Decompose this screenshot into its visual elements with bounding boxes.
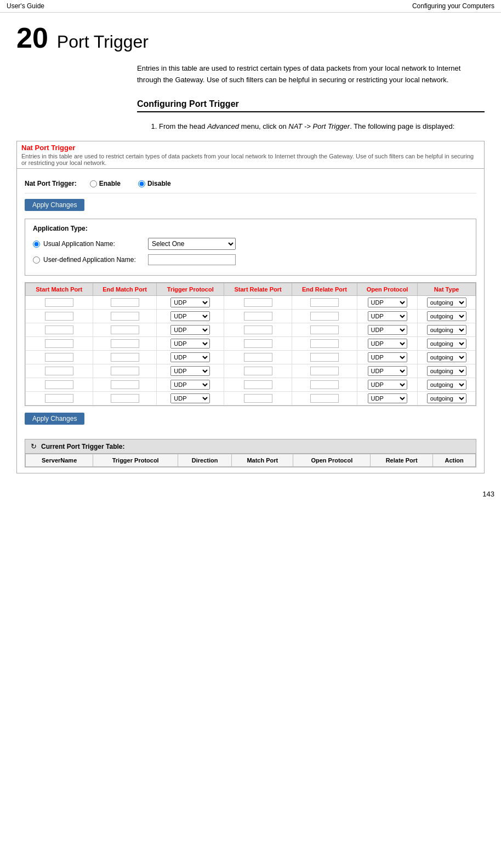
enable-radio-label: Enable [99, 180, 121, 187]
end-match-port-cell [93, 392, 157, 406]
start-match-port-cell [26, 310, 93, 323]
end-relate-port-input[interactable] [310, 394, 339, 403]
enable-radio-option[interactable]: Enable [90, 180, 129, 187]
page-number: 143 [0, 484, 501, 504]
end-match-port-cell [93, 296, 157, 310]
start-relate-port-input[interactable] [244, 353, 272, 362]
end-match-port-input[interactable] [111, 312, 139, 321]
start-match-port-input[interactable] [45, 326, 73, 334]
disable-radio[interactable] [138, 180, 145, 187]
end-relate-port-input[interactable] [310, 339, 339, 348]
end-relate-port-input[interactable] [310, 367, 339, 375]
open-protocol-cell: UDPTCPBoth [357, 351, 418, 364]
trigger-protocol-select[interactable]: UDPTCPBoth [170, 352, 210, 362]
trigger-protocol-cell: UDPTCPBoth [157, 392, 224, 406]
start-relate-port-input[interactable] [244, 394, 272, 403]
nat-panel-subtitle: Entries in this table are used to restri… [21, 153, 480, 166]
start-relate-port-input[interactable] [244, 339, 272, 348]
section-label: Configuring your Computers [412, 2, 494, 10]
trigger-protocol-select[interactable]: UDPTCPBoth [170, 366, 210, 376]
start-match-port-cell [26, 378, 93, 392]
nat-type-select[interactable]: outgoingincoming [427, 393, 466, 403]
th-relate-port: Relate Port [371, 454, 433, 467]
nat-type-cell: outgoingincoming [418, 351, 476, 364]
start-relate-port-input[interactable] [244, 367, 272, 375]
start-match-port-input[interactable] [45, 312, 73, 321]
top-bar: User's Guide Configuring your Computers [0, 0, 501, 13]
user-defined-radio[interactable] [33, 256, 40, 264]
open-protocol-select[interactable]: UDPTCPBoth [368, 366, 407, 376]
apply-changes-button-top[interactable]: Apply Changes [25, 199, 84, 211]
trigger-protocol-cell: UDPTCPBoth [157, 337, 224, 351]
trigger-protocol-select[interactable]: UDPTCPBoth [170, 311, 210, 321]
start-match-port-input[interactable] [45, 367, 73, 375]
start-match-port-cell [26, 364, 93, 378]
nat-type-select[interactable]: outgoingincoming [427, 366, 466, 376]
start-relate-port-input[interactable] [244, 380, 272, 389]
end-match-port-input[interactable] [111, 353, 139, 362]
usual-app-label: Usual Application Name: [33, 240, 143, 248]
open-protocol-select[interactable]: UDPTCPBoth [368, 325, 407, 335]
step-1: From the head Advanced menu, click on NA… [159, 121, 485, 133]
end-relate-port-input[interactable] [310, 298, 339, 307]
trigger-protocol-select[interactable]: UDPTCPBoth [170, 298, 210, 307]
open-protocol-select[interactable]: UDPTCPBoth [368, 393, 407, 403]
start-match-port-input[interactable] [45, 394, 73, 403]
nat-type-select[interactable]: outgoingincoming [427, 311, 466, 321]
nat-type-select[interactable]: outgoingincoming [427, 380, 466, 390]
trigger-protocol-select[interactable]: UDPTCPBoth [170, 339, 210, 349]
nat-type-select[interactable]: outgoingincoming [427, 298, 466, 307]
nat-type-select[interactable]: outgoingincoming [427, 325, 466, 335]
start-relate-port-cell [224, 378, 292, 392]
trigger-protocol-select[interactable]: UDPTCPBoth [170, 380, 210, 390]
apply-changes-button-bottom[interactable]: Apply Changes [25, 413, 84, 425]
end-relate-port-input[interactable] [310, 353, 339, 362]
open-protocol-cell: UDPTCPBoth [357, 364, 418, 378]
start-match-port-input[interactable] [45, 353, 73, 362]
start-relate-port-input[interactable] [244, 312, 272, 321]
start-relate-port-input[interactable] [244, 298, 272, 307]
open-protocol-select[interactable]: UDPTCPBoth [368, 298, 407, 307]
end-match-port-input[interactable] [111, 298, 139, 307]
guide-label: User's Guide [7, 2, 44, 10]
nat-type-select[interactable]: outgoingincoming [427, 339, 466, 349]
start-match-port-input[interactable] [45, 298, 73, 307]
th-open-protocol-curr: Open Protocol [293, 454, 371, 467]
disable-radio-option[interactable]: Disable [138, 180, 180, 187]
step-nat-italic: NAT -> Port Trigger [288, 122, 350, 130]
nat-type-cell: outgoingincoming [418, 364, 476, 378]
end-relate-port-input[interactable] [310, 312, 339, 321]
end-relate-port-input[interactable] [310, 326, 339, 334]
start-match-port-input[interactable] [45, 339, 73, 348]
open-protocol-select[interactable]: UDPTCPBoth [368, 380, 407, 390]
chapter-title: Port Trigger [57, 32, 149, 52]
trigger-protocol-select[interactable]: UDPTCPBoth [170, 325, 210, 335]
usual-app-select[interactable]: Select One [148, 238, 236, 250]
trigger-protocol-select[interactable]: UDPTCPBoth [170, 393, 210, 403]
nat-type-select[interactable]: outgoingincoming [427, 352, 466, 362]
end-match-port-input[interactable] [111, 339, 139, 348]
end-relate-port-input[interactable] [310, 380, 339, 389]
end-match-port-input[interactable] [111, 367, 139, 375]
open-protocol-select[interactable]: UDPTCPBoth [368, 352, 407, 362]
user-defined-label: User-defined Application Name: [33, 256, 143, 264]
user-defined-input[interactable] [148, 254, 236, 265]
start-match-port-cell [26, 323, 93, 337]
table-row: UDPTCPBoth UDPTCPBoth outgoingincoming [26, 351, 476, 364]
open-protocol-select[interactable]: UDPTCPBoth [368, 311, 407, 321]
th-nat-type: Nat Type [418, 283, 476, 296]
start-relate-port-input[interactable] [244, 326, 272, 334]
end-match-port-input[interactable] [111, 380, 139, 389]
th-trigger-protocol: Trigger Protocol [157, 283, 224, 296]
open-protocol-select[interactable]: UDPTCPBoth [368, 339, 407, 349]
enable-radio[interactable] [90, 180, 97, 187]
end-match-port-input[interactable] [111, 394, 139, 403]
th-open-protocol: Open Protocol [357, 283, 418, 296]
start-match-port-input[interactable] [45, 380, 73, 389]
end-match-port-input[interactable] [111, 326, 139, 334]
usual-app-radio[interactable] [33, 241, 40, 248]
th-end-match-port: End Match Port [93, 283, 157, 296]
th-end-relate-port: End Relate Port [292, 283, 357, 296]
th-start-relate-port: Start Relate Port [224, 283, 292, 296]
open-protocol-cell: UDPTCPBoth [357, 310, 418, 323]
